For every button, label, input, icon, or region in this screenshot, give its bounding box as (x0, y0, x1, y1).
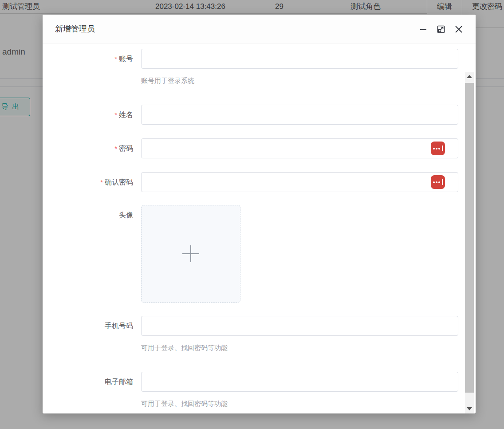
avatar-uploader[interactable] (141, 205, 240, 303)
email-label: 电子邮箱 (43, 372, 133, 392)
password-label: *密码 (43, 138, 133, 158)
email-input[interactable] (141, 372, 458, 392)
dialog-scrollbar[interactable] (465, 72, 474, 413)
dialog-body: *账号 账号用于登录系统 *姓名 *密码 *确认密码 头像 (43, 43, 476, 413)
confirm-password-label: *确认密码 (43, 172, 133, 192)
name-input[interactable] (141, 105, 458, 125)
add-admin-dialog: 新增管理员 *账号 (43, 15, 476, 413)
phone-input[interactable] (141, 316, 458, 336)
password-input[interactable] (141, 138, 458, 158)
close-icon[interactable] (453, 24, 464, 35)
required-marker: * (114, 55, 117, 63)
account-hint: 账号用于登录系统 (141, 77, 194, 85)
phone-label: 手机号码 (43, 316, 133, 336)
email-hint: 可用于登录、找回密码等功能 (141, 400, 228, 408)
password-manager-icon[interactable] (431, 175, 445, 189)
required-marker: * (114, 145, 117, 152)
phone-hint: 可用于登录、找回密码等功能 (141, 344, 228, 352)
dialog-header: 新增管理员 (43, 15, 476, 43)
required-marker: * (100, 178, 103, 186)
account-label: *账号 (43, 49, 133, 69)
required-marker: * (114, 111, 117, 118)
name-label: *姓名 (43, 105, 133, 125)
account-input[interactable] (141, 49, 458, 69)
scroll-down-icon[interactable] (465, 405, 474, 413)
plus-icon (182, 245, 199, 262)
confirm-password-input[interactable] (141, 172, 458, 192)
avatar-label: 头像 (43, 205, 133, 225)
maximize-icon[interactable] (436, 24, 446, 35)
minimize-icon[interactable] (418, 24, 429, 35)
dialog-title: 新增管理员 (55, 15, 95, 43)
dialog-controls (418, 15, 464, 43)
password-manager-icon[interactable] (431, 142, 445, 155)
scrollbar-thumb[interactable] (465, 83, 474, 393)
scroll-up-icon[interactable] (465, 72, 474, 80)
